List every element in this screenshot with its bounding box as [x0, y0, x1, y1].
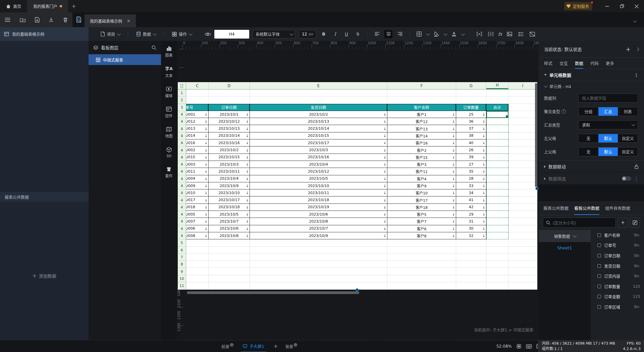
rail-item-chart[interactable]: 图表 [165, 46, 173, 58]
table-data-cell[interactable]: 2023/10/15↓ [250, 132, 387, 139]
sheet-cell[interactable] [486, 275, 508, 282]
sheet-cell[interactable] [209, 268, 250, 275]
tab-component-own-data[interactable]: 组件自有数据 [605, 201, 630, 215]
table-data-cell[interactable]: 27↓ [456, 161, 486, 168]
table-data-cell[interactable]: 2023/10/13↓ [250, 118, 387, 125]
custom-service-button[interactable]: 定制服务 [564, 2, 592, 10]
field-checkbox[interactable] [597, 295, 601, 298]
table-data-cell[interactable]: 2023/10/2↓ [250, 111, 387, 118]
table-data-cell[interactable]: 2023/10/11↓ [209, 168, 250, 175]
table-data-cell[interactable]: U015↓ [186, 154, 209, 161]
data-linkage-section[interactable]: 数据联动 [539, 160, 644, 172]
row-header[interactable]: 4 [178, 168, 186, 175]
sheet-cell[interactable] [508, 261, 537, 268]
download-button[interactable] [49, 17, 54, 22]
sheet-cell[interactable] [508, 189, 537, 196]
row-header[interactable]: 4 [178, 175, 186, 182]
left-parent-none[interactable]: 无 [579, 134, 598, 142]
collapse-toolbar-icon[interactable] [633, 17, 636, 24]
summary-preview-cell[interactable] [486, 139, 508, 146]
table-data-cell[interactable]: U002↓ [186, 146, 209, 154]
table-data-cell[interactable]: 36↓ [456, 118, 486, 125]
table-data-cell[interactable]: 客户4↓ [387, 175, 456, 182]
report-public-data-header[interactable]: 报表公共数据 [0, 192, 89, 202]
field-row[interactable]: 订货内容Str. [591, 271, 644, 281]
column-header[interactable]: C [186, 82, 209, 89]
row-header[interactable]: 4 [178, 204, 186, 211]
sheet-cell[interactable] [508, 196, 537, 203]
menu-data[interactable]: 数据 [135, 31, 157, 37]
table-data-cell[interactable]: 2023/10/16↓ [250, 154, 387, 161]
table-data-cell[interactable]: U005↓ [186, 211, 209, 218]
border-button[interactable] [415, 30, 423, 38]
border-dropdown-icon[interactable] [426, 32, 430, 35]
row-header[interactable]: 4 [178, 196, 186, 203]
table-data-cell[interactable]: 42↓ [456, 204, 486, 211]
table-data-cell[interactable]: 客户3↓ [387, 161, 456, 168]
row-header[interactable]: 4 [178, 182, 186, 189]
row-header[interactable]: 11 [178, 282, 186, 289]
summary-preview-cell[interactable] [486, 218, 508, 225]
table-data-cell[interactable]: 2023/10/10↓ [209, 189, 250, 196]
table-data-cell[interactable]: 31↓ [456, 218, 486, 225]
table-data-cell[interactable]: 客户1↓ [387, 111, 456, 118]
sheet-cell[interactable] [508, 90, 537, 97]
row-header[interactable]: 4 [178, 118, 186, 125]
merge-cells-button[interactable] [475, 30, 483, 38]
foreground-tab[interactable]: 前景 [221, 344, 233, 349]
sheet-cell[interactable] [508, 111, 537, 118]
sheet-cell[interactable] [508, 247, 537, 254]
table-data-cell[interactable]: 客户12↓ [387, 118, 456, 125]
table-data-cell[interactable]: 29↓ [456, 211, 486, 218]
table-data-cell[interactable]: 2023/10/1↓ [209, 111, 250, 118]
sheet-cell[interactable] [486, 282, 508, 289]
sheet-cell[interactable] [387, 268, 456, 275]
table-data-cell[interactable]: 2023/10/3↓ [209, 161, 250, 168]
tab-report-portal[interactable]: 我的报表门户 [27, 0, 68, 12]
document-tab[interactable]: 我的基础表格示例 ✕ [85, 14, 136, 27]
table-data-cell[interactable]: 2023/10/12↓ [209, 118, 250, 125]
tab-board-public-data[interactable]: 看板公共数据 [574, 201, 599, 215]
selected-cell-h4[interactable] [486, 111, 508, 118]
sheet-cell[interactable] [387, 239, 456, 246]
sheet-cell[interactable] [486, 268, 508, 275]
summary-preview-cell[interactable] [486, 125, 508, 132]
table-data-cell[interactable]: 41↓ [456, 196, 486, 203]
field-row[interactable]: 订单数量123 [591, 281, 644, 292]
sheet-cell[interactable] [508, 104, 537, 111]
sheet-cell[interactable] [209, 275, 250, 282]
sheet-cell[interactable] [186, 239, 209, 246]
add-dataset-button[interactable]: + [618, 218, 628, 228]
data-filter-toggle[interactable] [622, 176, 631, 181]
field-checkbox[interactable] [597, 254, 601, 257]
fill-color-dropdown-icon[interactable] [444, 32, 447, 35]
table-data-cell[interactable]: 2023/10/17↓ [209, 196, 250, 203]
rail-item-widget[interactable]: 控件 [165, 107, 173, 118]
summary-preview-cell[interactable] [486, 182, 508, 189]
screen-tab[interactable]: 子大屏1 [241, 340, 266, 352]
sheet-cell[interactable] [508, 204, 537, 211]
table-data-cell[interactable]: 34↓ [456, 189, 486, 196]
sheet-cell[interactable] [456, 254, 486, 261]
font-family-select[interactable]: 系统默认字体 [253, 30, 296, 39]
column-header[interactable]: E [250, 82, 387, 89]
delete-button[interactable] [63, 17, 68, 22]
agg-option-list[interactable]: 列表 [618, 107, 638, 116]
bold-button[interactable]: B [320, 30, 328, 38]
row-header[interactable]: 4 [178, 218, 186, 225]
sheet-cell[interactable] [387, 247, 456, 254]
table-data-cell[interactable]: 客户14↓ [387, 132, 456, 139]
sheet-cell[interactable] [508, 211, 537, 218]
table-data-cell[interactable]: U018↓ [186, 204, 209, 211]
row-header[interactable]: 4 [178, 139, 186, 146]
table-data-cell[interactable]: U010↓ [186, 189, 209, 196]
summary-preview-cell[interactable] [486, 146, 508, 154]
field-row[interactable]: 订单区域Str. [591, 302, 644, 312]
table-header-cell[interactable]: 订单数量 [456, 104, 486, 111]
fill-color-button[interactable] [432, 30, 440, 38]
sheet-cell[interactable] [486, 261, 508, 268]
expand-states-icon[interactable] [635, 47, 639, 51]
table-data-cell[interactable]: 2023/10/15↓ [209, 154, 250, 161]
table-data-cell[interactable]: 2023/10/7↓ [250, 225, 387, 232]
table-data-cell[interactable]: 客户16↓ [387, 139, 456, 146]
